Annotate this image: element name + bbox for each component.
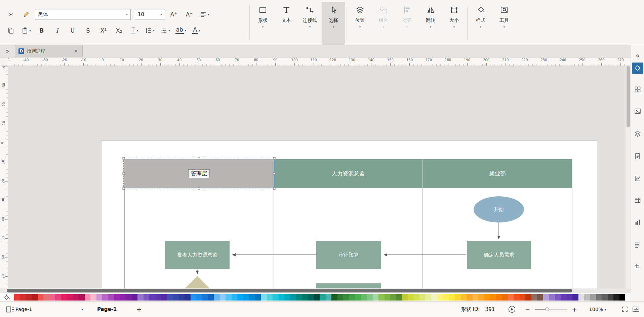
color-swatch[interactable] — [484, 294, 490, 301]
paste-button[interactable]: ▾ — [19, 24, 33, 37]
color-swatch[interactable] — [214, 294, 219, 301]
process-shape[interactable]: 确定人员需求 — [467, 241, 531, 269]
selection-handle[interactable] — [273, 188, 276, 190]
color-swatch[interactable] — [237, 294, 243, 301]
color-swatch[interactable] — [149, 294, 155, 301]
color-swatch[interactable] — [520, 294, 525, 301]
color-swatch[interactable] — [114, 294, 120, 301]
shape-panel-icon[interactable] — [632, 84, 643, 95]
selection-handle[interactable] — [198, 188, 200, 190]
color-swatch[interactable] — [73, 294, 79, 301]
selection-handle[interactable] — [273, 172, 276, 175]
note-icon[interactable] — [632, 151, 643, 162]
color-swatch[interactable] — [43, 294, 49, 301]
color-swatch[interactable] — [284, 294, 290, 301]
select-button[interactable]: 选择▾ — [322, 2, 345, 45]
color-swatch[interactable] — [96, 294, 102, 301]
crop-icon[interactable] — [632, 261, 643, 272]
color-swatch[interactable] — [191, 294, 196, 301]
zoom-slider[interactable] — [535, 309, 567, 310]
fit-window-icon[interactable] — [633, 307, 639, 312]
color-swatch[interactable] — [137, 294, 143, 301]
horizontal-scrollbar-thumb[interactable] — [7, 289, 572, 292]
color-swatch[interactable] — [502, 294, 508, 301]
color-swatch[interactable] — [590, 294, 596, 301]
zoom-level-dropdown[interactable]: 100% ▾ — [589, 307, 607, 312]
color-swatch[interactable] — [261, 294, 267, 301]
color-swatch[interactable] — [243, 294, 249, 301]
color-swatch[interactable] — [514, 294, 519, 301]
color-swatch[interactable] — [249, 294, 255, 301]
strikethrough-button[interactable]: S — [81, 24, 95, 37]
color-swatch[interactable] — [414, 294, 419, 301]
color-swatch[interactable] — [385, 294, 390, 301]
zoom-in-button[interactable]: + — [572, 306, 577, 313]
color-swatch[interactable] — [596, 294, 602, 301]
increase-font-button[interactable]: A⁺ — [167, 8, 180, 21]
color-swatch[interactable] — [437, 294, 443, 301]
align-button[interactable]: 对齐▾ — [395, 2, 419, 45]
subscript-button[interactable]: X₂ — [112, 24, 126, 37]
line-spacing-button[interactable]: ▾ — [143, 24, 157, 37]
bold-button[interactable]: B — [35, 24, 48, 37]
text-button[interactable]: 文本 — [275, 2, 298, 45]
text-align-button[interactable]: ▾ — [198, 8, 211, 21]
color-swatch[interactable] — [349, 294, 355, 301]
collapse-panel-icon[interactable]: « — [632, 50, 643, 61]
color-swatch[interactable] — [302, 294, 308, 301]
fill-style-icon[interactable] — [3, 294, 10, 301]
color-swatch[interactable] — [314, 294, 320, 301]
color-swatch[interactable] — [232, 294, 237, 301]
group-button[interactable]: 组合▾ — [372, 2, 395, 45]
start-shape[interactable]: 开始 — [474, 196, 524, 223]
color-swatch[interactable] — [408, 294, 413, 301]
color-swatch[interactable] — [85, 294, 90, 301]
color-swatch[interactable] — [226, 294, 231, 301]
selection-handle[interactable] — [123, 188, 125, 190]
font-size-select[interactable]: 10 ▾ — [135, 9, 165, 20]
align-lines-icon[interactable] — [632, 239, 643, 250]
size-button[interactable]: 大小▾ — [442, 2, 466, 45]
color-swatch[interactable] — [549, 294, 555, 301]
color-swatch[interactable] — [102, 294, 108, 301]
color-swatch[interactable] — [90, 294, 96, 301]
color-swatch[interactable] — [267, 294, 273, 301]
process-shape[interactable]: 批者人力资源总监 — [165, 241, 230, 269]
color-swatch[interactable] — [79, 294, 84, 301]
bullet-list-button[interactable]: ▾ — [159, 24, 172, 37]
color-swatch[interactable] — [537, 294, 543, 301]
copy-button[interactable] — [4, 24, 17, 37]
horizontal-scrollbar[interactable] — [0, 288, 631, 293]
fullscreen-icon[interactable] — [622, 306, 628, 312]
color-swatch[interactable] — [320, 294, 325, 301]
color-swatch[interactable] — [619, 294, 625, 301]
color-swatch[interactable] — [561, 294, 566, 301]
color-swatch[interactable] — [555, 294, 561, 301]
color-swatch[interactable] — [449, 294, 455, 301]
cut-icon[interactable]: ✂ — [4, 8, 17, 21]
italic-button[interactable]: I — [50, 24, 64, 37]
font-color-button[interactable]: A ▾ — [190, 24, 203, 37]
color-swatch[interactable] — [290, 294, 296, 301]
color-swatch[interactable] — [473, 294, 478, 301]
position-button[interactable]: 位置▾ — [348, 2, 372, 45]
color-swatch[interactable] — [613, 294, 619, 301]
color-swatch[interactable] — [373, 294, 378, 301]
superscript-button[interactable]: X² — [97, 24, 110, 37]
selection-handle[interactable] — [123, 157, 125, 160]
color-swatch[interactable] — [185, 294, 190, 301]
color-swatch[interactable] — [567, 294, 572, 301]
color-swatch[interactable] — [155, 294, 161, 301]
color-swatch[interactable] — [361, 294, 367, 301]
color-swatch[interactable] — [584, 294, 590, 301]
color-swatch[interactable] — [543, 294, 549, 301]
color-swatch[interactable] — [67, 294, 73, 301]
color-swatch[interactable] — [431, 294, 437, 301]
color-swatch[interactable] — [308, 294, 314, 301]
color-swatch[interactable] — [337, 294, 343, 301]
color-swatch[interactable] — [326, 294, 331, 301]
color-swatch[interactable] — [490, 294, 496, 301]
color-swatch[interactable] — [390, 294, 396, 301]
color-swatch[interactable] — [196, 294, 202, 301]
color-swatch[interactable] — [144, 294, 149, 301]
